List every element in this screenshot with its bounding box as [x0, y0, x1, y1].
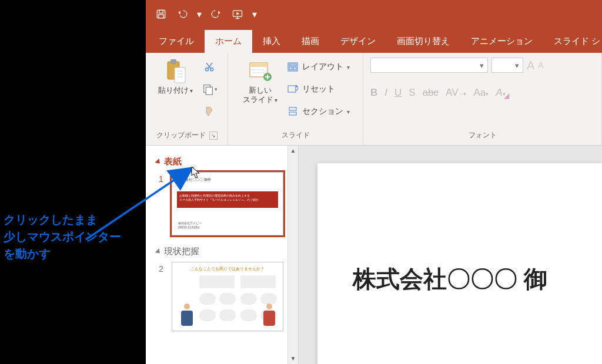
section-header-2[interactable]: 現状把握	[156, 246, 292, 257]
decrease-font-icon[interactable]: A	[538, 60, 543, 70]
tutorial-black-margin	[0, 0, 146, 364]
shadow-button[interactable]: S	[409, 87, 415, 99]
tab-design[interactable]: デザイン	[330, 30, 386, 53]
copy-icon[interactable]: ▾	[201, 81, 218, 97]
layout-icon	[287, 61, 299, 73]
section-label: セクション	[302, 106, 343, 117]
clipboard-launcher-icon[interactable]: ↘	[209, 132, 218, 140]
thumb1-bar-line2: スマホ購入予約サイト「モバイルコンシェルジュ」のご紹介	[179, 198, 259, 201]
svg-rect-31	[289, 112, 296, 115]
slides-group-label: スライド	[282, 130, 310, 140]
reset-icon	[287, 83, 299, 95]
svg-rect-28	[293, 67, 296, 70]
paste-icon	[163, 59, 188, 83]
svg-rect-30	[289, 107, 296, 110]
bold-button[interactable]: B	[370, 87, 377, 99]
svg-rect-17	[206, 87, 212, 95]
paste-label: 貼り付け	[158, 86, 189, 95]
scroll-up-icon[interactable]: ▲	[288, 146, 298, 156]
section-2-label: 現状把握	[164, 246, 199, 257]
slide-thumb-2[interactable]: こんなことでお困りではありませんか？	[172, 262, 283, 331]
svg-rect-19	[250, 63, 267, 67]
underline-button[interactable]: U	[394, 87, 402, 99]
scroll-down-icon[interactable]: ▼	[288, 353, 298, 364]
ribbon: 貼り付け ▾ クリップボード↘	[146, 53, 602, 146]
clipboard-group-label: クリップボード	[156, 130, 206, 140]
powerpoint-window: ▾ ▾ ファイル ホーム 挿入 描画 デザイン 画面切り替え アニメーション ス…	[146, 0, 602, 364]
group-clipboard: 貼り付け ▾ クリップボード↘	[146, 53, 228, 145]
qat-customize-icon[interactable]: ▾	[250, 6, 259, 22]
section-icon	[287, 106, 299, 117]
ribbon-tabs: ファイル ホーム 挿入 描画 デザイン 画面切り替え アニメーション スライド …	[146, 28, 602, 53]
thumb1-footer: 株式会社アイビー 2023年11月16日	[178, 221, 202, 229]
paste-button[interactable]: 貼り付け	[156, 58, 195, 96]
section-collapse-icon	[155, 158, 162, 165]
svg-rect-2	[159, 15, 163, 18]
layout-label: レイアウト	[302, 62, 343, 72]
group-slides: 新しい スライド レイアウト ▾ リセット セクション ▾ スライド	[228, 53, 363, 145]
tutorial-annotation-text: クリックしたまま 少しマウスポインター を動かす	[4, 211, 121, 262]
quick-access-toolbar: ▾ ▾	[146, 0, 602, 28]
font-group-label: フォント	[469, 130, 497, 140]
thumb1-heading: 株式会社〇〇〇 御中	[178, 177, 211, 183]
svg-rect-8	[175, 68, 185, 83]
format-painter-icon[interactable]	[201, 103, 218, 120]
svg-rect-29	[288, 86, 296, 92]
current-slide[interactable]: 株式会社〇〇〇 御	[317, 163, 602, 364]
strike-button[interactable]: abc	[423, 87, 439, 99]
reset-label: リセット	[302, 84, 335, 95]
tab-animations[interactable]: アニメーション	[460, 30, 543, 53]
group-font: ▾ ▾ A A B I U S abc AV↔▾ Aa▾ A◢▾ フォント	[363, 53, 602, 145]
undo-dropdown-icon[interactable]: ▾	[195, 6, 203, 22]
layout-button[interactable]: レイアウト ▾	[286, 60, 351, 74]
char-spacing-button[interactable]: AV↔▾	[446, 87, 466, 99]
slide-canvas[interactable]: 株式会社〇〇〇 御	[299, 146, 602, 364]
slide-thumb-1[interactable]: 株式会社〇〇〇 御中 お客様と利便性と代理店の運営効率の両方を向上するスマホ購入…	[172, 172, 283, 235]
svg-rect-7	[170, 59, 176, 64]
start-from-beginning-icon[interactable]	[229, 6, 246, 22]
thumbnails-scrollbar[interactable]: ▲ ▼	[287, 146, 298, 364]
new-slide-icon	[248, 59, 272, 83]
slide-number-1: 1	[159, 172, 166, 184]
reset-button[interactable]: リセット	[286, 82, 351, 96]
svg-rect-1	[159, 10, 163, 13]
slide-title-text: 株式会社〇〇〇 御	[353, 263, 547, 295]
thumb2-title: こんなことでお困りではありませんか？	[172, 266, 283, 272]
new-slide-label: 新しい スライド	[243, 86, 273, 104]
font-size-select[interactable]: ▾	[491, 58, 523, 73]
svg-rect-27	[289, 67, 292, 70]
tab-home[interactable]: ホーム	[205, 30, 252, 53]
section-collapse-icon	[155, 248, 162, 255]
clear-format-button[interactable]: A◢▾	[496, 87, 505, 99]
undo-icon[interactable]	[174, 6, 190, 22]
save-icon[interactable]	[153, 6, 169, 22]
increase-font-icon[interactable]: A	[527, 59, 534, 72]
tab-file[interactable]: ファイル	[148, 30, 205, 53]
change-case-button[interactable]: Aa▾	[473, 87, 489, 99]
section-button[interactable]: セクション ▾	[286, 105, 351, 119]
workspace: 表紙 1 株式会社〇〇〇 御中 お客様と利便性と代理店の運営効率の両方を向上する…	[146, 146, 602, 364]
thumb1-bar-line1: お客様と利便性と代理店の運営効率の両方を向上する	[179, 194, 250, 197]
cut-icon[interactable]	[201, 59, 218, 75]
svg-rect-26	[289, 64, 296, 66]
font-family-select[interactable]: ▾	[370, 58, 488, 73]
tab-draw[interactable]: 描画	[291, 30, 330, 53]
new-slide-button[interactable]: 新しい スライド	[240, 58, 280, 106]
section-1-label: 表紙	[164, 156, 182, 167]
italic-button[interactable]: I	[384, 87, 387, 99]
tab-slideshow[interactable]: スライド ショー	[543, 30, 602, 53]
section-header-1[interactable]: 表紙	[156, 156, 292, 167]
tab-insert[interactable]: 挿入	[252, 30, 291, 53]
slide-number-2: 2	[159, 262, 166, 274]
redo-icon[interactable]	[208, 6, 225, 22]
slide-thumbnails-pane[interactable]: 表紙 1 株式会社〇〇〇 御中 お客様と利便性と代理店の運営効率の両方を向上する…	[146, 146, 299, 364]
tab-transitions[interactable]: 画面切り替え	[386, 30, 460, 53]
